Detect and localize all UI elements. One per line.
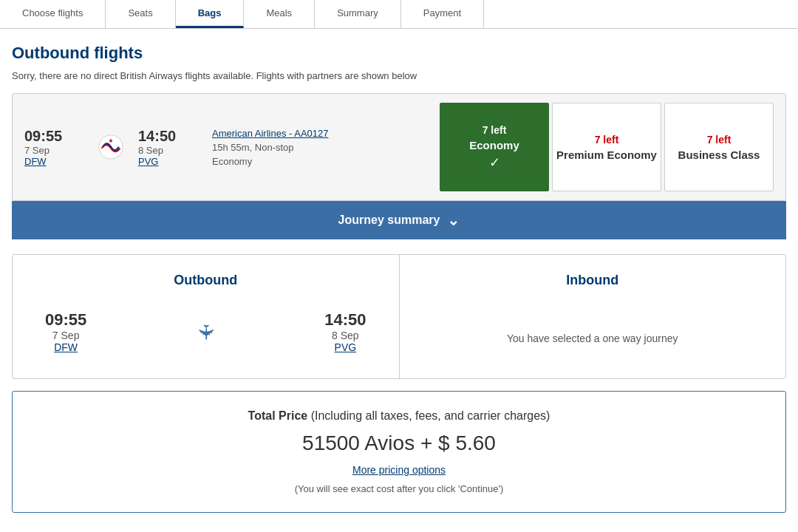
outbound-flight-info: 09:55 7 Sep DFW ✈ 14:50 8 Sep PVG: [30, 303, 381, 361]
outbound-departure-time: 09:55: [45, 310, 86, 330]
plane-icon: ✈: [194, 324, 218, 341]
fare-options: 7 left Economy ✓ 7 left Premium Economy …: [440, 103, 774, 191]
outbound-arrival-airport[interactable]: PVG: [335, 341, 357, 353]
departure-info: 09:55 7 Sep DFW: [24, 128, 83, 167]
outbound-arrival-col: 14:50 8 Sep PVG: [324, 310, 366, 353]
inbound-panel-title: Inbound: [417, 273, 768, 288]
nav-item-bags[interactable]: Bags: [176, 0, 245, 28]
journey-panels: Outbound 09:55 7 Sep DFW ✈ 14:50 8 Sep P…: [12, 254, 786, 379]
outbound-arrival-time: 14:50: [324, 310, 366, 330]
flight-card: 09:55 7 Sep DFW 14:50: [12, 93, 786, 201]
chevron-down-icon: ⌄: [447, 211, 460, 229]
flight-details: American Airlines - AA0127 15h 55m, Non-…: [197, 128, 440, 167]
total-label-text: Total Price: [248, 409, 308, 422]
nav-item-seats[interactable]: Seats: [106, 0, 175, 28]
fare-economy[interactable]: 7 left Economy ✓: [440, 103, 549, 191]
inbound-panel: Inbound You have selected a one way jour…: [400, 255, 786, 378]
total-price-label: Total Price (Including all taxes, fees, …: [30, 409, 768, 423]
inbound-message: You have selected a one way journey: [417, 332, 768, 344]
arrival-info: 14:50 8 Sep PVG: [138, 128, 197, 167]
flight-cabin: Economy: [212, 156, 425, 167]
journey-summary-button[interactable]: Journey summary ⌄: [12, 201, 786, 239]
economy-left-count: 7 left: [482, 124, 507, 136]
notice-text: Sorry, there are no direct British Airwa…: [12, 70, 786, 81]
including-text: (Including all taxes, fees, and carrier …: [311, 409, 550, 422]
fare-premium-economy[interactable]: 7 left Premium Economy: [552, 103, 661, 191]
outbound-arrival-date: 8 Sep: [332, 330, 359, 341]
fare-business-class[interactable]: 7 left Business Class: [664, 103, 774, 191]
page-content: Outbound flights Sorry, there are no dir…: [0, 29, 798, 532]
departure-date: 7 Sep: [24, 145, 83, 156]
nav-item-summary[interactable]: Summary: [315, 0, 401, 28]
nav-item-payment[interactable]: Payment: [401, 0, 484, 28]
business-class-name: Business Class: [678, 149, 760, 161]
arrival-time: 14:50: [138, 128, 197, 145]
page-title: Outbound flights: [12, 44, 786, 63]
outbound-departure-col: 09:55 7 Sep DFW: [45, 310, 86, 353]
price-note: (You will see exact cost after you click…: [30, 483, 768, 494]
departure-time: 09:55: [24, 128, 83, 145]
premium-class-name: Premium Economy: [556, 149, 657, 161]
airline-logo: [92, 134, 129, 160]
price-panel: Total Price (Including all taxes, fees, …: [12, 391, 786, 513]
business-left-count: 7 left: [707, 134, 732, 146]
outbound-departure-airport[interactable]: DFW: [54, 341, 78, 353]
outbound-panel-title: Outbound: [30, 273, 381, 288]
top-navigation: Choose flights Seats Bags Meals Summary …: [0, 0, 798, 29]
nav-item-meals[interactable]: Meals: [244, 0, 315, 28]
airline-link[interactable]: American Airlines - AA0127: [212, 128, 425, 139]
economy-class-name: Economy: [469, 139, 519, 151]
journey-summary-label: Journey summary: [338, 214, 440, 227]
nav-item-choose-flights[interactable]: Choose flights: [0, 0, 106, 28]
price-value: 51500 Avios + $ 5.60: [30, 432, 768, 455]
economy-checkmark: ✓: [489, 154, 500, 171]
outbound-departure-date: 7 Sep: [52, 330, 80, 341]
more-pricing-link[interactable]: More pricing options: [30, 464, 768, 476]
outbound-panel: Outbound 09:55 7 Sep DFW ✈ 14:50 8 Sep P…: [13, 255, 400, 378]
flight-duration: 15h 55m, Non-stop: [212, 142, 425, 153]
arrival-airport[interactable]: PVG: [138, 156, 197, 167]
premium-left-count: 7 left: [595, 134, 619, 146]
departure-airport[interactable]: DFW: [24, 156, 83, 167]
arrival-date: 8 Sep: [138, 145, 197, 156]
flight-row: 09:55 7 Sep DFW 14:50: [13, 94, 785, 200]
